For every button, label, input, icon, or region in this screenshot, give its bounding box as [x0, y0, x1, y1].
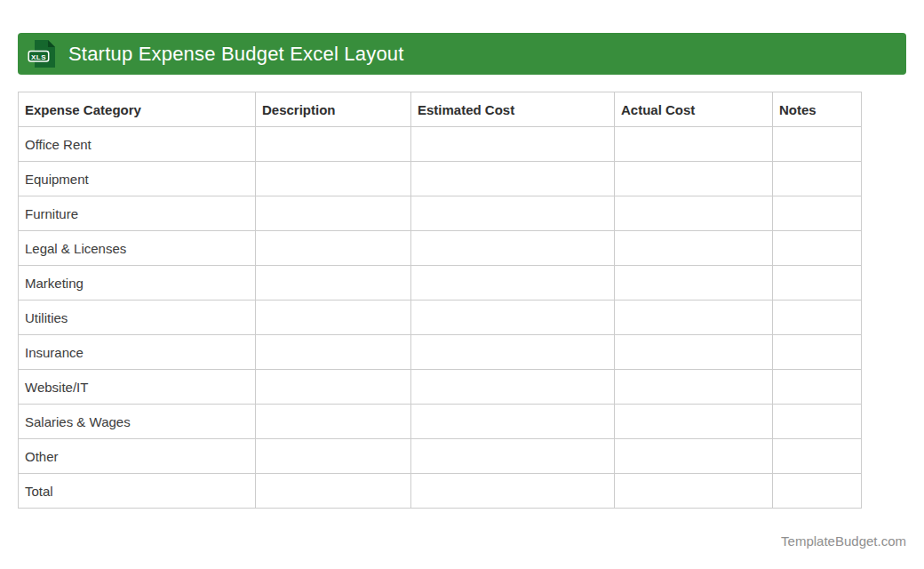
- empty-cell: [615, 231, 773, 266]
- category-cell: Other: [19, 439, 256, 474]
- category-cell: Equipment: [19, 162, 256, 196]
- empty-cell: [256, 439, 411, 474]
- table-header-row: Expense CategoryDescriptionEstimated Cos…: [19, 92, 862, 127]
- empty-cell: [256, 266, 411, 301]
- empty-cell: [615, 405, 773, 439]
- empty-cell: [411, 127, 615, 162]
- column-header: Actual Cost: [615, 92, 773, 127]
- xls-badge-label: XLS: [31, 53, 46, 61]
- category-cell: Utilities: [19, 301, 256, 335]
- empty-cell: [256, 405, 411, 439]
- empty-cell: [411, 301, 615, 335]
- empty-cell: [615, 127, 773, 162]
- empty-cell: [773, 370, 862, 405]
- empty-cell: [615, 474, 773, 509]
- category-cell: Furniture: [19, 196, 256, 231]
- empty-cell: [411, 266, 615, 301]
- empty-cell: [773, 439, 862, 474]
- empty-cell: [773, 266, 862, 301]
- empty-cell: [411, 335, 615, 370]
- empty-cell: [411, 231, 615, 266]
- table-row: Website/IT: [19, 370, 862, 405]
- table-row: Total: [19, 474, 862, 509]
- table-row: Other: [19, 439, 862, 474]
- empty-cell: [773, 474, 862, 509]
- empty-cell: [773, 127, 862, 162]
- table-row: Utilities: [19, 301, 862, 335]
- category-cell: Salaries & Wages: [19, 405, 256, 439]
- empty-cell: [773, 162, 862, 196]
- empty-cell: [773, 405, 862, 439]
- empty-cell: [615, 439, 773, 474]
- empty-cell: [411, 405, 615, 439]
- empty-cell: [411, 474, 615, 509]
- page-title: Startup Expense Budget Excel Layout: [68, 43, 404, 66]
- category-cell: Website/IT: [19, 370, 256, 405]
- empty-cell: [256, 127, 411, 162]
- empty-cell: [615, 335, 773, 370]
- table-row: Insurance: [19, 335, 862, 370]
- table-row: Salaries & Wages: [19, 405, 862, 439]
- table-body: Office RentEquipmentFurnitureLegal & Lic…: [19, 127, 862, 509]
- category-cell: Total: [19, 474, 256, 509]
- table-row: Furniture: [19, 196, 862, 231]
- column-header: Notes: [773, 92, 862, 127]
- table-row: Marketing: [19, 266, 862, 301]
- column-header: Description: [256, 92, 411, 127]
- table-row: Legal & Licenses: [19, 231, 862, 266]
- empty-cell: [411, 196, 615, 231]
- category-cell: Legal & Licenses: [19, 231, 256, 266]
- empty-cell: [411, 370, 615, 405]
- header-bar: XLS Startup Expense Budget Excel Layout: [18, 33, 906, 75]
- empty-cell: [615, 266, 773, 301]
- empty-cell: [256, 162, 411, 196]
- expense-budget-table: Expense CategoryDescriptionEstimated Cos…: [18, 92, 862, 509]
- column-header: Expense Category: [19, 92, 256, 127]
- site-name: TemplateBudget.com: [781, 533, 906, 549]
- empty-cell: [256, 196, 411, 231]
- empty-cell: [773, 335, 862, 370]
- category-cell: Office Rent: [19, 127, 256, 162]
- column-header: Estimated Cost: [411, 92, 615, 127]
- empty-cell: [615, 162, 773, 196]
- xls-file-icon: XLS: [28, 39, 58, 68]
- empty-cell: [615, 196, 773, 231]
- category-cell: Insurance: [19, 335, 256, 370]
- empty-cell: [256, 370, 411, 405]
- table-row: Equipment: [19, 162, 862, 196]
- empty-cell: [773, 301, 862, 335]
- empty-cell: [256, 474, 411, 509]
- empty-cell: [256, 301, 411, 335]
- empty-cell: [615, 370, 773, 405]
- empty-cell: [773, 231, 862, 266]
- empty-cell: [615, 301, 773, 335]
- table-row: Office Rent: [19, 127, 862, 162]
- xls-file-icon-fold: [48, 40, 55, 47]
- empty-cell: [256, 335, 411, 370]
- empty-cell: [411, 162, 615, 196]
- empty-cell: [256, 231, 411, 266]
- category-cell: Marketing: [19, 266, 256, 301]
- empty-cell: [773, 196, 862, 231]
- empty-cell: [411, 439, 615, 474]
